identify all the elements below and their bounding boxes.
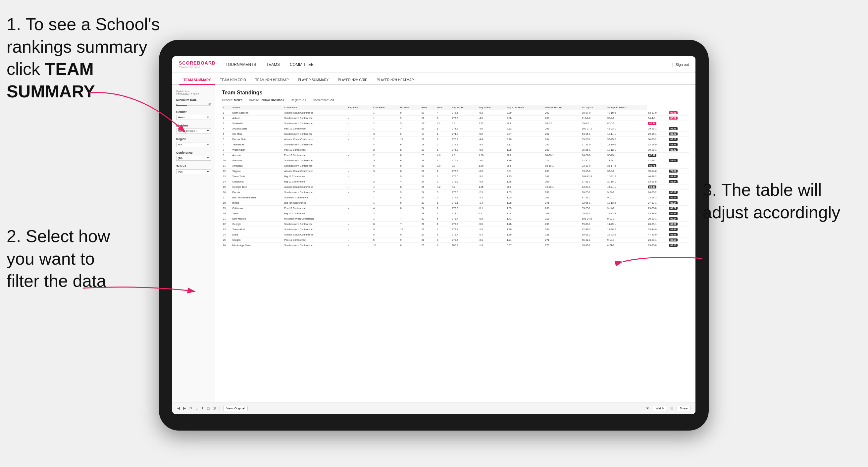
col-conference: Conference (283, 105, 347, 110)
filter-row: Gender: Men's Division: NCAA Division I … (222, 98, 689, 102)
table-row: 11ArkansasSoutheastern Conference-68233.… (222, 163, 689, 168)
sign-out-link[interactable]: Sign out (676, 63, 689, 67)
toolbar-home-icon[interactable]: ⌂ (195, 406, 198, 410)
toolbar-back-icon[interactable]: ◀ (177, 406, 180, 410)
toolbar-clock-icon[interactable]: ⏱ (213, 406, 216, 410)
table-row: 4Arizona StatePac-12 Conference-14261274… (222, 126, 689, 131)
nav-links: TOURNAMENTS TEAMS COMMITTEE (225, 61, 672, 68)
standings-table: # School Conference Reg Rank Conf Rank N… (222, 105, 689, 248)
col-reg-rank: Reg Rank (347, 105, 372, 110)
watch-button[interactable]: Watch (653, 406, 667, 411)
toolbar-grid-icon[interactable]: ⊞ (670, 406, 673, 410)
tab-team-h2h-heatmap[interactable]: TEAM H2H HEATMAP (251, 76, 293, 85)
school-select[interactable]: (All) ▼ (176, 169, 211, 174)
tab-player-h2h-grid[interactable]: PLAYER H2H GRID (333, 76, 372, 85)
col-overall: Overall Record (544, 105, 581, 110)
table-row: 21New MexicoMountain West Conference-172… (222, 216, 689, 222)
table-title: Team Standings (222, 90, 689, 96)
table-row: 5Ole MissSoutheastern Conference-3618127… (222, 131, 689, 137)
nav-tournaments[interactable]: TOURNAMENTS (225, 61, 256, 68)
table-row: 16FloridaSoutheastern Conference-7924527… (222, 190, 689, 195)
toolbar-bookmark-icon[interactable]: □ (207, 406, 210, 410)
table-row: 23Texas A&MSoutheastern Conference-91027… (222, 227, 689, 232)
conference-section: Conference (All) ▼ (176, 151, 211, 161)
arrow-2 (76, 272, 202, 305)
nav-separator: | (672, 63, 673, 67)
tab-team-summary[interactable]: TEAM SUMMARY (179, 76, 215, 85)
sub-nav: TEAM SUMMARY TEAM H2H GRID TEAM H2H HEAT… (172, 73, 695, 85)
col-vs25: Vs Top 25 (581, 105, 607, 110)
instruction-3: 3. The table will adjust accordingly (703, 179, 861, 224)
nav-committee[interactable]: COMMITTEE (290, 61, 314, 68)
table-row: 9ArizonaPac-12 Conference-28234.64.61.98… (222, 153, 689, 158)
filter-region: Region: All (291, 98, 306, 102)
toolbar-reload-icon[interactable]: ↻ (189, 406, 192, 410)
table-row: 7TennesseeSoutheastern Conference-461822… (222, 142, 689, 147)
nav-teams[interactable]: TEAMS (266, 61, 280, 68)
col-adj-score: Adj. Score (451, 105, 477, 110)
col-school: School (231, 105, 283, 110)
table-row: 20TexasBig 12 Conference-37283278.60.71.… (222, 211, 689, 216)
view-original-button[interactable]: View: Original (223, 406, 247, 411)
toolbar-forward-icon[interactable]: ▶ (183, 406, 186, 410)
table-row: 6Florida StateAtlantic Coast Conference-… (222, 137, 689, 142)
col-rank: # (222, 105, 231, 110)
filter-division: Division: NCAA Division I (249, 98, 284, 102)
arrow-3 (616, 242, 709, 275)
share-button[interactable]: Share (677, 406, 690, 411)
table-row: 10AlabamaSoutheastern Conference-5623327… (222, 158, 689, 163)
conference-label: Conference (176, 151, 211, 154)
col-avg-low: Avg. Low Score (506, 105, 544, 110)
school-section: School (All) ▼ (176, 165, 211, 174)
table-row: 24DukeAtlantic Coast Conference-59271279… (222, 232, 689, 238)
col-wins: Wins (436, 105, 451, 110)
col-vs50-pts: Vs Top 50 Points (607, 105, 647, 110)
filter-conference: Conference: All (313, 98, 334, 102)
toolbar-sep-1 (220, 406, 220, 411)
table-row: 2AuburnSoutheastern Conference-19276273.… (222, 116, 689, 121)
table-row: 17East Tennessee StateSouthern Conferenc… (222, 195, 689, 200)
tab-player-h2h-heatmap[interactable]: PLAYER H2H HEATMAP (372, 76, 418, 85)
table-row: 8WashingtonPac-12 Conference-28231276.3-… (222, 147, 689, 153)
col-conf-rank: Conf Rank (372, 105, 399, 110)
col-rnds: Rnds (421, 105, 436, 110)
nav-bar: SCOREBOARD Powered by clippi TOURNAMENTS… (172, 56, 695, 73)
nav-logo: SCOREBOARD Powered by clippi (179, 60, 216, 68)
school-label: School (176, 165, 211, 168)
col-no-tour: No Tour (399, 105, 420, 110)
conference-select[interactable]: (All) ▼ (176, 156, 211, 161)
table-row: 3VanderbiltSoutheastern Conference-25271… (222, 121, 689, 126)
tablet-screen: SCOREBOARD Powered by clippi TOURNAMENTS… (172, 56, 695, 414)
table-row: 13Texas TechBig 12 Conference-19272276.0… (222, 174, 689, 179)
tab-player-summary[interactable]: PLAYER SUMMARY (293, 76, 333, 85)
tablet-frame: SCOREBOARD Powered by clippi TOURNAMENTS… (159, 40, 709, 431)
arrow-1 (80, 86, 195, 146)
toolbar-share-icon[interactable]: ⬆ (201, 406, 204, 410)
col-avg-par: Avg. to Par (477, 105, 506, 110)
bottom-toolbar: ◀ ▶ ↻ ⌂ ⬆ □ ⏱ View: Original 👁 Watch ⊞ S… (172, 402, 695, 414)
table-row: 12VirginiaAtlantic Coast Conference-3824… (222, 168, 689, 174)
table-header-row: # School Conference Reg Rank Conf Rank N… (222, 105, 689, 110)
filter-gender: Gender: Men's (222, 98, 242, 102)
tab-team-h2h-grid[interactable]: TEAM H2H GRID (215, 76, 250, 85)
table-row: 1North CarolinaAtlantic Coast Conference… (222, 110, 689, 116)
table-row: 14OklahomaBig 12 Conference-24242276.9-5… (222, 179, 689, 185)
table-row: 22GeorgiaSoutheastern Conference-8721127… (222, 222, 689, 227)
logo-title: SCOREBOARD (179, 60, 216, 66)
toolbar-eye-icon: 👁 (646, 406, 649, 410)
table-row: 15Georgia TechAtlantic Coast Conference-… (222, 185, 689, 190)
logo-subtitle: Powered by clippi (179, 66, 216, 68)
table-row: 19CaliforniaPac-12 Conference-48242278.2… (222, 206, 689, 211)
table-row: 18IllinoisBig Ten Conference-19231279.1-… (222, 200, 689, 206)
